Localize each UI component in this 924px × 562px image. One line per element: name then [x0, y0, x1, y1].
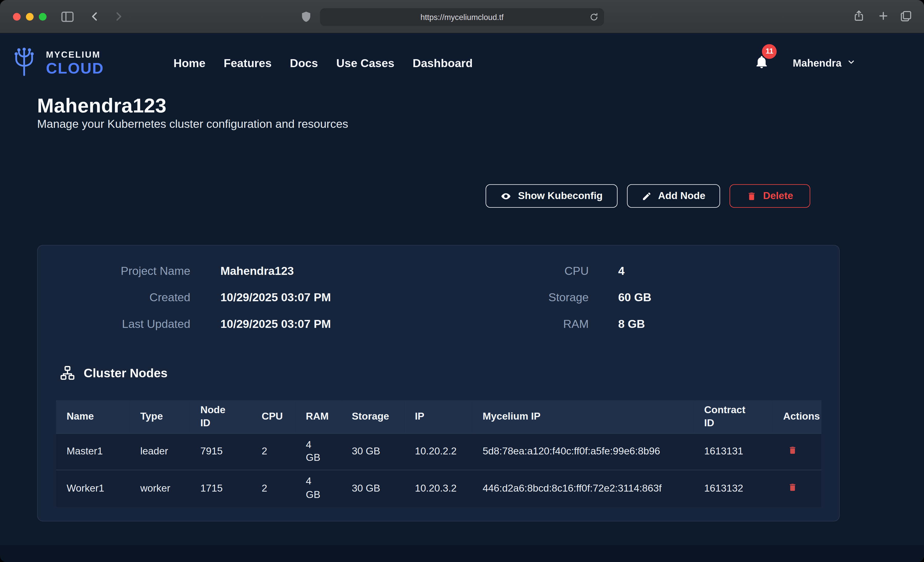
cell-name: Master1: [56, 433, 129, 470]
address-bar[interactable]: https://myceliumcloud.tf: [320, 8, 604, 26]
info-row: Storage 60 GB: [438, 284, 839, 311]
column-header: Name: [56, 401, 129, 433]
page-subtitle: Manage your Kubernetes cluster configura…: [37, 117, 348, 131]
cluster-nodes-heading: Cluster Nodes: [60, 365, 168, 381]
cell-name: Worker1: [56, 470, 129, 507]
info-value: Mahendra123: [220, 265, 438, 278]
cell-cpu: 2: [251, 433, 295, 470]
share-icon[interactable]: [853, 9, 865, 22]
info-row: Project Name Mahendra123: [38, 258, 438, 284]
info-label: Storage: [438, 291, 589, 304]
cell-mycelium-ip: 5d8:78ea:a120:f40c:ff0f:a5fe:99e6:8b96: [472, 433, 694, 470]
minimize-window-button[interactable]: [26, 13, 34, 21]
new-tab-icon[interactable]: [878, 10, 889, 22]
trash-icon: [788, 445, 797, 455]
add-node-label: Add Node: [658, 190, 705, 202]
column-header: Node ID: [190, 401, 251, 433]
table-row: Worker1 worker 1715 2 4 GB 30 GB 10.20.3…: [56, 470, 821, 507]
delete-label: Delete: [763, 190, 793, 202]
brand-text: MYCELIUM CLOUD: [46, 50, 104, 76]
cell-actions: [772, 433, 821, 470]
user-menu[interactable]: Mahendra: [793, 57, 855, 69]
notifications-button[interactable]: 11: [754, 55, 769, 72]
back-icon[interactable]: [88, 10, 102, 23]
address-bar-url: https://myceliumcloud.tf: [420, 13, 503, 21]
column-header: Actions: [772, 401, 821, 433]
cell-node-id: 1715: [190, 470, 251, 507]
privacy-shield-icon[interactable]: [300, 10, 312, 23]
cell-storage: 30 GB: [341, 433, 404, 470]
nodes-table-body: Master1 leader 7915 2 4 GB 30 GB 10.20.2…: [56, 433, 821, 507]
zoom-window-button[interactable]: [39, 13, 46, 21]
cell-ip: 10.20.2.2: [404, 433, 472, 470]
traffic-lights: [13, 13, 46, 21]
nav-link[interactable]: Features: [224, 56, 272, 70]
info-value: 4: [618, 265, 839, 278]
reload-icon[interactable]: [590, 12, 599, 24]
info-label: Last Updated: [38, 317, 190, 331]
nav-link[interactable]: Docs: [290, 56, 318, 70]
cell-ip: 10.20.3.2: [404, 470, 472, 507]
trash-icon: [788, 483, 797, 492]
show-kubeconfig-button[interactable]: Show Kubeconfig: [486, 184, 618, 208]
nav-link[interactable]: Use Cases: [336, 56, 394, 70]
cell-node-id: 7915: [190, 433, 251, 470]
tab-overview-icon[interactable]: [900, 10, 912, 22]
page-viewport: Mahendra123 Manage your Kubernetes clust…: [0, 34, 924, 562]
trash-icon: [747, 191, 756, 201]
column-header: CPU: [251, 401, 295, 433]
sidebar-toggle-icon[interactable]: [60, 9, 75, 24]
chevron-down-icon: [847, 57, 855, 69]
screenshot-stage: https://myceliumcloud.tf Mahendra123 Man…: [0, 0, 924, 562]
cell-contract-id: 1613131: [694, 433, 773, 470]
info-value: 8 GB: [618, 317, 839, 331]
column-header: RAM: [295, 401, 341, 433]
show-kubeconfig-label: Show Kubeconfig: [518, 190, 603, 202]
cluster-info-grid: Project Name Mahendra123 Created 10/29/2…: [38, 245, 839, 337]
footer-strip: [0, 545, 924, 562]
info-label: RAM: [438, 317, 589, 331]
brand-line1: MYCELIUM: [46, 50, 104, 59]
notification-badge: 11: [762, 44, 777, 58]
close-window-button[interactable]: [13, 13, 21, 21]
brand-line2: CLOUD: [46, 61, 104, 76]
nodes-table: Name Type Node ID CPU RAM Storage IP Myc…: [56, 401, 821, 507]
page-title: Mahendra123: [37, 94, 166, 117]
cluster-info-card: Project Name Mahendra123 Created 10/29/2…: [37, 245, 840, 522]
nav-links: Home Features Docs Use Cases Dashboard: [174, 56, 473, 70]
cell-type: worker: [130, 470, 190, 507]
nav-link[interactable]: Home: [174, 56, 206, 70]
delete-node-button[interactable]: [787, 481, 799, 493]
delete-cluster-button[interactable]: Delete: [730, 184, 810, 208]
cell-storage: 30 GB: [341, 470, 404, 507]
column-header: IP: [404, 401, 472, 433]
cluster-info-left: Project Name Mahendra123 Created 10/29/2…: [38, 258, 438, 337]
eye-icon: [500, 190, 512, 202]
column-header: Mycelium IP: [472, 401, 694, 433]
nav-right: 11 Mahendra: [754, 55, 855, 72]
info-label: Created: [38, 291, 190, 304]
info-label: CPU: [438, 265, 589, 278]
info-value: 10/29/2025 03:07 PM: [220, 291, 438, 304]
column-header: Type: [130, 401, 190, 433]
brand-logo[interactable]: MYCELIUM CLOUD: [8, 46, 104, 80]
forward-icon[interactable]: [112, 10, 125, 23]
nodes-table-header-row: Name Type Node ID CPU RAM Storage IP Myc…: [56, 401, 821, 433]
column-header: Storage: [341, 401, 404, 433]
info-value: 60 GB: [618, 291, 839, 304]
info-row: Created 10/29/2025 03:07 PM: [38, 284, 438, 311]
mycelium-logo-icon: [8, 46, 40, 80]
cell-contract-id: 1613132: [694, 470, 773, 507]
nav-link[interactable]: Dashboard: [412, 56, 472, 70]
cell-ram: 4 GB: [295, 433, 341, 470]
nodes-table-wrap: Name Type Node ID CPU RAM Storage IP Myc…: [56, 401, 821, 507]
info-row: RAM 8 GB: [438, 311, 839, 337]
info-label: Project Name: [38, 265, 190, 278]
browser-chrome: https://myceliumcloud.tf: [0, 0, 924, 34]
cluster-actions: Show Kubeconfig Add Node Delete: [486, 184, 810, 208]
delete-node-button[interactable]: [787, 444, 799, 456]
user-name: Mahendra: [793, 57, 842, 69]
add-node-button[interactable]: Add Node: [627, 184, 720, 208]
info-value: 10/29/2025 03:07 PM: [220, 317, 438, 331]
cell-mycelium-ip: 446:d2a6:8bcd:8c16:ff0f:72e2:3114:863f: [472, 470, 694, 507]
